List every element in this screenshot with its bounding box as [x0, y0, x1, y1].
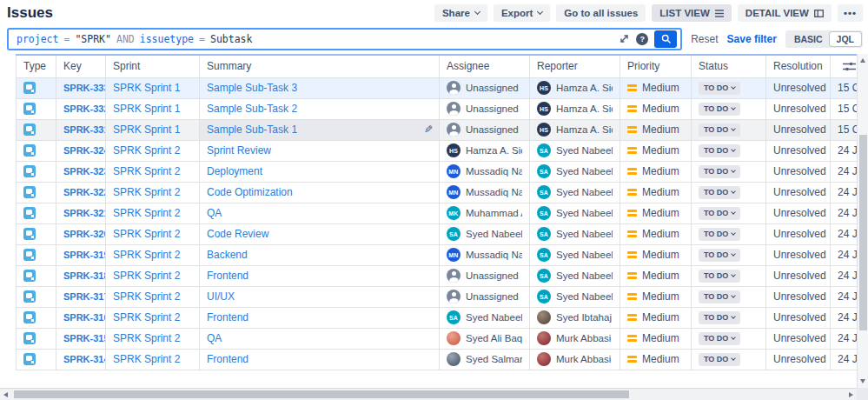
issue-summary-link[interactable]: Sprint Review: [207, 144, 271, 157]
issue-summary-link[interactable]: Frontend: [207, 270, 248, 282]
vertical-scrollbar[interactable]: [857, 54, 868, 388]
column-header-key[interactable]: Key: [56, 55, 106, 77]
assignee-cell[interactable]: Syed Salman Ali: [440, 349, 530, 370]
issue-row[interactable]: SPRK-321 SPRK Sprint 2 QA ✎ MK Muhammad …: [17, 203, 868, 223]
horizontal-scrollbar-thumb[interactable]: [14, 390, 629, 398]
issue-key-link[interactable]: SPRK-314: [63, 354, 106, 364]
scroll-left-icon[interactable]: [3, 392, 8, 397]
status-dropdown[interactable]: TO DO: [699, 82, 740, 95]
sprint-link[interactable]: SPRK Sprint 1: [113, 82, 180, 94]
jql-mode-button[interactable]: JQL: [830, 32, 861, 46]
reporter-cell[interactable]: SA Syed Nabeel Ali: [530, 223, 620, 244]
issue-key-link[interactable]: SPRK-320: [63, 229, 106, 239]
jql-query-text[interactable]: project="SPRK"ANDissuetype=Subtask: [17, 33, 619, 45]
status-dropdown[interactable]: TO DO: [699, 311, 740, 324]
sprint-link[interactable]: SPRK Sprint 2: [113, 332, 180, 344]
status-dropdown[interactable]: TO DO: [699, 207, 740, 220]
expand-editor-icon[interactable]: [619, 33, 630, 44]
issue-row[interactable]: SPRK-331 SPRK Sprint 1 Sample Sub-Task 1…: [17, 119, 868, 140]
issue-key-link[interactable]: SPRK-318: [63, 270, 106, 281]
assignee-cell[interactable]: MK Muhammad Anas...: [440, 203, 530, 223]
status-dropdown[interactable]: TO DO: [699, 270, 740, 283]
issue-key-link[interactable]: SPRK-319: [63, 250, 106, 260]
issue-key-link[interactable]: SPRK-315: [63, 333, 106, 343]
issue-row[interactable]: SPRK-317 SPRK Sprint 2 UI/UX ✎ Unassigne…: [17, 286, 868, 307]
issue-summary-link[interactable]: Code Optimization: [207, 186, 293, 198]
column-header-summary[interactable]: Summary: [200, 55, 440, 77]
status-dropdown[interactable]: TO DO: [699, 123, 740, 137]
assignee-cell[interactable]: SA Syed Nabeel Ali: [440, 307, 530, 328]
share-button[interactable]: Share: [434, 4, 487, 22]
sprint-link[interactable]: SPRK Sprint 1: [113, 103, 180, 115]
detail-view-toggle[interactable]: DETAIL VIEW: [738, 4, 832, 22]
status-dropdown[interactable]: TO DO: [699, 353, 740, 366]
assignee-cell[interactable]: HS Hamza A. Siddiqui: [440, 140, 530, 161]
issue-row[interactable]: SPRK-333 SPRK Sprint 1 Sample Sub-Task 3…: [17, 77, 868, 98]
assignee-cell[interactable]: Syed Ali Baqar Na...: [440, 328, 530, 349]
assignee-cell[interactable]: Unassigned: [440, 119, 530, 140]
sprint-link[interactable]: SPRK Sprint 2: [113, 228, 180, 240]
assignee-cell[interactable]: Unassigned: [440, 286, 530, 307]
issue-key-link[interactable]: SPRK-324: [63, 145, 106, 156]
status-dropdown[interactable]: TO DO: [699, 332, 740, 345]
issue-key-link[interactable]: SPRK-321: [63, 208, 106, 218]
column-header-sprint[interactable]: Sprint: [106, 55, 200, 77]
issue-summary-link[interactable]: QA: [207, 207, 222, 219]
more-actions-button[interactable]: •••: [838, 4, 863, 22]
status-dropdown[interactable]: TO DO: [699, 228, 740, 241]
sprint-link[interactable]: SPRK Sprint 2: [113, 165, 180, 177]
issue-summary-link[interactable]: Code Review: [207, 228, 268, 240]
sprint-link[interactable]: SPRK Sprint 2: [113, 290, 180, 303]
issue-summary-link[interactable]: Frontend: [207, 353, 248, 365]
sprint-link[interactable]: SPRK Sprint 2: [113, 353, 180, 365]
sprint-link[interactable]: SPRK Sprint 1: [113, 123, 180, 136]
issue-key-link[interactable]: SPRK-331: [63, 124, 106, 135]
reporter-cell[interactable]: SA Syed Nabeel Ali: [530, 286, 620, 307]
reporter-cell[interactable]: HS Hamza A. Siddiqui: [530, 98, 620, 119]
status-dropdown[interactable]: TO DO: [699, 144, 740, 157]
basic-mode-button[interactable]: BASIC: [787, 32, 830, 46]
horizontal-scrollbar[interactable]: [0, 388, 868, 400]
issue-summary-link[interactable]: Frontend: [207, 311, 248, 323]
column-header-status[interactable]: Status: [692, 55, 766, 77]
issue-summary-link[interactable]: UI/UX: [207, 290, 235, 303]
sprint-link[interactable]: SPRK Sprint 2: [113, 249, 180, 261]
assignee-cell[interactable]: Unassigned: [440, 77, 530, 98]
issue-summary-link[interactable]: Sample Sub-Task 3: [207, 82, 297, 94]
reporter-cell[interactable]: Syed Ibtahaj Ahm...: [530, 307, 620, 328]
reporter-cell[interactable]: SA Syed Nabeel Ali: [530, 244, 620, 265]
issue-key-link[interactable]: SPRK-316: [63, 312, 106, 323]
status-dropdown[interactable]: TO DO: [699, 249, 740, 262]
status-dropdown[interactable]: TO DO: [699, 290, 740, 303]
issue-row[interactable]: SPRK-323 SPRK Sprint 2 Deployment ✎ MN M…: [17, 161, 868, 182]
assignee-cell[interactable]: Unassigned: [440, 265, 530, 286]
reporter-cell[interactable]: SA Syed Nabeel Ali: [530, 182, 620, 203]
status-dropdown[interactable]: TO DO: [699, 186, 740, 199]
issue-key-link[interactable]: SPRK-322: [63, 187, 106, 197]
column-header-resolution[interactable]: Resolution: [766, 55, 831, 77]
issue-row[interactable]: SPRK-322 SPRK Sprint 2 Code Optimization…: [17, 182, 868, 203]
search-button[interactable]: [654, 30, 677, 48]
sprint-link[interactable]: SPRK Sprint 2: [113, 311, 180, 323]
issue-row[interactable]: SPRK-320 SPRK Sprint 2 Code Review ✎ SA …: [17, 223, 868, 244]
reporter-cell[interactable]: SA Syed Nabeel Ali: [530, 265, 620, 286]
vertical-scrollbar-thumb[interactable]: [859, 135, 867, 330]
sprint-link[interactable]: SPRK Sprint 2: [113, 186, 180, 198]
assignee-cell[interactable]: MN Mussadiq Nazeer: [440, 161, 530, 182]
sprint-link[interactable]: SPRK Sprint 2: [113, 144, 180, 157]
reporter-cell[interactable]: HS Hamza A. Siddiqui: [530, 77, 620, 98]
go-to-all-issues-button[interactable]: Go to all issues: [556, 4, 646, 22]
assignee-cell[interactable]: SA Syed Nabeel Ali: [440, 223, 530, 244]
assignee-cell[interactable]: MN Mussadiq Nazeer: [440, 182, 530, 203]
issue-summary-link[interactable]: Sample Sub-Task 2: [207, 103, 297, 115]
column-header-type[interactable]: Type: [17, 55, 56, 77]
reset-button[interactable]: Reset: [691, 33, 718, 45]
sprint-link[interactable]: SPRK Sprint 2: [113, 207, 180, 219]
issue-row[interactable]: SPRK-316 SPRK Sprint 2 Frontend ✎ SA Sye…: [17, 307, 868, 328]
issue-key-link[interactable]: SPRK-323: [63, 166, 106, 177]
column-header-assignee[interactable]: Assignee: [440, 55, 530, 77]
assignee-cell[interactable]: MN Mussadiq Nazeer: [440, 244, 530, 265]
column-header-priority[interactable]: Priority: [620, 55, 692, 77]
issue-row[interactable]: SPRK-315 SPRK Sprint 2 QA ✎ Syed Ali Baq…: [17, 328, 868, 349]
issue-summary-link[interactable]: Backend: [207, 249, 248, 261]
